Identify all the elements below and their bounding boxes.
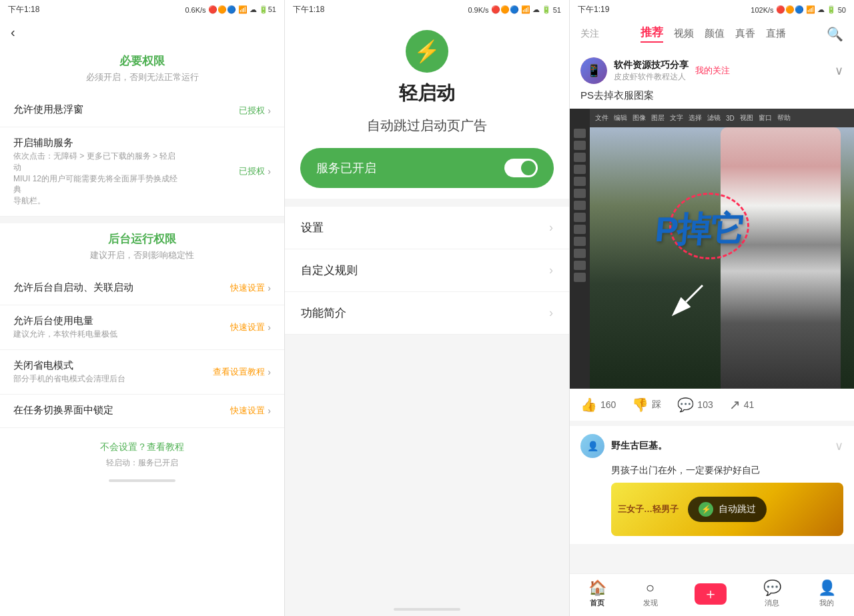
footer-hint[interactable]: 不会设置？查看教程 bbox=[0, 441, 284, 453]
bolt-symbol: ⚡ bbox=[414, 39, 440, 64]
dislike-icon: 👎 bbox=[632, 397, 649, 413]
comment-card: 👤 野生古巨基。 ∨ 男孩子出门在外，一定要保护好自己 三女子…轻男子 ⚡ 自动… bbox=[570, 426, 854, 544]
background-title: 后台运行权限 bbox=[0, 231, 284, 247]
toggle-switch[interactable] bbox=[504, 159, 538, 177]
signal-icons-1: 🔴🟠🔵 bbox=[208, 5, 236, 14]
status-icons-3: 102K/s 🔴🟠🔵 📶 ☁ 🔋 50 bbox=[751, 5, 846, 14]
perm-powersave-title: 关闭省电模式 bbox=[13, 359, 125, 372]
time-3: 下午1:19 bbox=[578, 4, 609, 15]
chevron-icon-5: › bbox=[268, 367, 271, 377]
chevron-icon-6: › bbox=[268, 405, 271, 416]
post-image: 文件 编辑 图像 图层 文字 选择 滤镜 3D 视图 窗口 帮助 bbox=[570, 109, 854, 389]
arrow-overlay bbox=[669, 279, 709, 319]
perm-accessibility[interactable]: 开启辅助服务 依次点击：无障碍 > 更多已下载的服务 > 轻启动MIUI 12的… bbox=[0, 127, 284, 217]
tab-video[interactable]: 视频 bbox=[674, 27, 694, 40]
perm-task-lock[interactable]: 在任务切换界面中锁定 快速设置 › bbox=[0, 395, 284, 428]
ps-top-bar: 文件 编辑 图像 图层 文字 选择 滤镜 3D 视图 窗口 帮助 bbox=[590, 109, 854, 127]
menu-settings[interactable]: 设置 › bbox=[285, 207, 569, 249]
chevron-icon-3: › bbox=[268, 283, 271, 293]
like-icon: 👍 bbox=[580, 397, 597, 413]
perm-autostart-title: 允许后台自启动、关联启动 bbox=[13, 281, 133, 294]
background-subtitle: 建议开启，否则影响稳定性 bbox=[0, 249, 284, 261]
discover-icon: ○ bbox=[646, 579, 655, 597]
menu-custom-label: 自定义规则 bbox=[301, 263, 358, 278]
comment-button[interactable]: 💬 103 bbox=[677, 397, 713, 413]
svg-line-1 bbox=[686, 285, 703, 302]
perm-battery-desc: 建议允许，本软件耗电量极低 bbox=[13, 329, 117, 340]
perm-access-desc: 依次点击：无障碍 > 更多已下载的服务 > 轻启动MIUI 12的用户可能需要先… bbox=[13, 151, 180, 207]
status-bar-3: 下午1:19 102K/s 🔴🟠🔵 📶 ☁ 🔋 50 bbox=[570, 0, 854, 19]
app-tagline: 自动跳过启动页广告 bbox=[367, 117, 487, 135]
share-count: 41 bbox=[744, 399, 755, 410]
perm-battery[interactable]: 允许后台使用电量 建议允许，本软件耗电量极低 快速设置 › bbox=[0, 305, 284, 350]
comment-text: 男孩子出门在外，一定要保护好自己 bbox=[611, 463, 843, 477]
nav-home-label: 首页 bbox=[590, 598, 604, 608]
follow-label[interactable]: 我的关注 bbox=[695, 65, 730, 77]
like-button[interactable]: 👍 160 bbox=[580, 397, 616, 413]
nav-add[interactable]: ＋ bbox=[695, 583, 727, 605]
panel-social: 下午1:19 102K/s 🔴🟠🔵 📶 ☁ 🔋 50 关注 推荐 视频 颜值 真… bbox=[570, 0, 854, 616]
add-button[interactable]: ＋ bbox=[695, 583, 727, 605]
follow-btn[interactable]: 关注 bbox=[580, 28, 599, 40]
commenter-name: 野生古巨基。 bbox=[611, 440, 667, 452]
perm-autostart[interactable]: 允许后台自启动、关联启动 快速设置 › bbox=[0, 272, 284, 305]
bolt-icon: ⚡ bbox=[406, 30, 448, 73]
status-icons-1: 0.6K/s 🔴🟠🔵 📶 ☁ 🔋51 bbox=[185, 5, 276, 14]
toggle-row[interactable]: 服务已开启 bbox=[300, 148, 554, 188]
perm-powersave-desc: 部分手机的省电模式会清理后台 bbox=[13, 373, 125, 385]
nav-tabs: 推荐 视频 颜值 真香 直播 bbox=[640, 25, 786, 43]
comment-icon: 💬 bbox=[677, 397, 694, 413]
author-avatar: 📱 bbox=[580, 57, 607, 84]
menu-custom-chevron: › bbox=[549, 263, 553, 277]
perm-task-title: 在任务切换界面中锁定 bbox=[13, 404, 113, 417]
menu-custom-rules[interactable]: 自定义规则 › bbox=[285, 249, 569, 292]
tab-zhenjing[interactable]: 真香 bbox=[735, 27, 755, 40]
back-button[interactable]: ‹ bbox=[0, 19, 284, 45]
dislike-button[interactable]: 👎 踩 bbox=[632, 397, 661, 413]
post-title: PS去掉衣服图案 bbox=[570, 89, 854, 109]
tab-live[interactable]: 直播 bbox=[766, 27, 786, 40]
required-subtitle: 必须开启，否则无法正常运行 bbox=[0, 71, 284, 83]
comment-collapse-icon[interactable]: ∨ bbox=[835, 439, 843, 453]
perm-autostart-status: 快速设置 › bbox=[230, 282, 271, 294]
perm-battery-status: 快速设置 › bbox=[230, 321, 271, 333]
perm-float-status: 已授权 › bbox=[239, 105, 271, 117]
section-divider bbox=[0, 217, 284, 223]
search-icon[interactable]: 🔍 bbox=[827, 26, 843, 42]
perm-float-window[interactable]: 允许使用悬浮窗 已授权 › bbox=[0, 94, 284, 127]
bottom-bar-1 bbox=[109, 479, 175, 482]
menu-intro[interactable]: 功能简介 › bbox=[285, 292, 569, 335]
post-header: 📱 软件资源技巧分享 皮皮虾软件教程达人 我的关注 ∨ bbox=[570, 49, 854, 89]
nav-messages[interactable]: 💬 消息 bbox=[763, 579, 781, 608]
add-icon: ＋ bbox=[703, 584, 718, 604]
nav-profile[interactable]: 👤 我的 bbox=[818, 579, 836, 608]
perm-battery-title: 允许后台使用电量 bbox=[13, 315, 117, 327]
nav-discover[interactable]: ○ 发现 bbox=[643, 579, 658, 608]
home-icon: 🏠 bbox=[588, 579, 606, 597]
tab-recommended[interactable]: 推荐 bbox=[640, 25, 663, 43]
author-info: 📱 软件资源技巧分享 皮皮虾软件教程达人 我的关注 bbox=[580, 57, 730, 84]
comment-count: 103 bbox=[697, 399, 713, 410]
panel-permissions: 下午1:18 0.6K/s 🔴🟠🔵 📶 ☁ 🔋51 ‹ 必要权限 必须开启，否则… bbox=[0, 0, 285, 616]
post-card: 📱 软件资源技巧分享 皮皮虾软件教程达人 我的关注 ∨ PS去掉衣服图案 文件 bbox=[570, 49, 854, 421]
profile-icon: 👤 bbox=[818, 579, 836, 597]
tab-beauty[interactable]: 颜值 bbox=[705, 27, 725, 40]
perm-powersave-status: 查看设置教程 › bbox=[213, 366, 271, 378]
perm-float-title: 允许使用悬浮窗 bbox=[13, 103, 83, 116]
share-button[interactable]: ↗ 41 bbox=[729, 397, 755, 413]
footer-status: 轻启动：服务已开启 bbox=[0, 457, 284, 469]
menu-settings-label: 设置 bbox=[301, 220, 324, 235]
nav-home[interactable]: 🏠 首页 bbox=[588, 579, 606, 608]
chevron-icon: › bbox=[268, 105, 271, 116]
chevron-icon-4: › bbox=[268, 322, 271, 333]
bottom-nav: 🏠 首页 ○ 发现 ＋ 💬 消息 👤 我的 bbox=[570, 573, 854, 616]
app-name: 轻启动 bbox=[399, 81, 455, 106]
menu-intro-chevron: › bbox=[549, 306, 553, 320]
post-collapse-icon[interactable]: ∨ bbox=[835, 63, 843, 78]
author-name: 软件资源技巧分享 bbox=[614, 59, 689, 71]
auto-skip-button[interactable]: ⚡ 自动跳过 bbox=[688, 497, 767, 522]
required-title: 必要权限 bbox=[0, 53, 284, 69]
status-bar-2: 下午1:18 0.9K/s 🔴🟠🔵 📶 ☁ 🔋 51 bbox=[285, 0, 569, 19]
perm-powersave[interactable]: 关闭省电模式 部分手机的省电模式会清理后台 查看设置教程 › bbox=[0, 350, 284, 395]
speed-1: 0.6K/s bbox=[185, 6, 205, 14]
